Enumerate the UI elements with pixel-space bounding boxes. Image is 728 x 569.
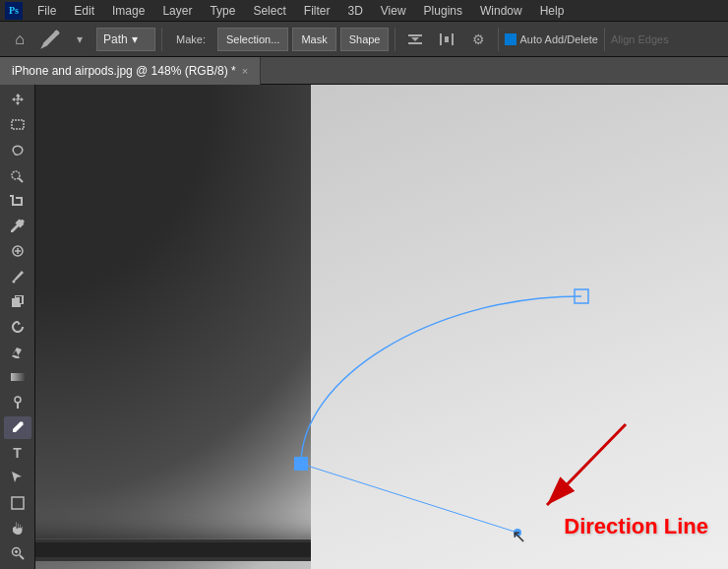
toolbox: T — [0, 85, 35, 569]
svg-line-9 — [19, 178, 23, 182]
tool-heal[interactable] — [4, 239, 31, 263]
auto-add-delete-label: Auto Add/Delete — [505, 33, 598, 45]
menu-plugins[interactable]: Plugins — [416, 2, 470, 20]
options-bar: ⌂ ▾ Path ▾ Make: Selection... Mask Shape… — [0, 22, 728, 57]
menu-type[interactable]: Type — [202, 2, 243, 20]
menu-3d[interactable]: 3D — [339, 2, 370, 20]
tab-close-button[interactable]: × — [242, 65, 248, 77]
separator-3 — [498, 28, 499, 51]
separator-2 — [394, 28, 395, 51]
pen-mode-icon — [37, 27, 63, 52]
tool-brush[interactable] — [4, 265, 31, 288]
distribute-icon[interactable] — [433, 26, 460, 53]
make-label: Make: — [168, 28, 213, 51]
tool-pen[interactable] — [4, 416, 31, 440]
svg-point-8 — [12, 171, 20, 179]
photo-surface — [311, 85, 728, 569]
tool-crop[interactable] — [4, 189, 31, 213]
svg-point-17 — [21, 422, 23, 424]
svg-rect-14 — [11, 373, 25, 381]
tab-title: iPhone and airpods.jpg @ 148% (RGB/8) * — [12, 64, 236, 78]
dropdown-chevron: ▾ — [132, 32, 138, 46]
svg-marker-3 — [411, 37, 419, 41]
menu-file[interactable]: File — [30, 2, 64, 20]
auto-add-checkbox[interactable] — [505, 33, 516, 45]
menu-layer[interactable]: Layer — [154, 2, 200, 20]
menu-bar: Ps File Edit Image Layer Type Select Fil… — [0, 0, 728, 22]
svg-rect-2 — [408, 42, 422, 44]
tool-clone[interactable] — [4, 290, 31, 314]
separator-1 — [161, 28, 162, 51]
svg-rect-6 — [445, 36, 449, 42]
menu-window[interactable]: Window — [472, 2, 530, 20]
svg-rect-18 — [12, 497, 24, 509]
menu-image[interactable]: Image — [104, 2, 152, 20]
menu-filter[interactable]: Filter — [296, 2, 338, 20]
svg-point-0 — [54, 31, 59, 35]
tool-shape[interactable] — [4, 491, 31, 515]
menu-select[interactable]: Select — [245, 2, 293, 20]
tool-gradient[interactable] — [4, 365, 31, 389]
main-layout: T — [0, 85, 728, 569]
photoshop-logo: Ps — [5, 2, 23, 20]
path-mode-label: Path — [103, 32, 128, 46]
canvas-area[interactable]: ↖ Direction Line — [35, 85, 728, 569]
tool-type[interactable]: T — [4, 441, 31, 465]
svg-rect-7 — [12, 120, 24, 129]
direction-line-label: Direction Line — [564, 514, 708, 538]
tool-marquee[interactable] — [4, 114, 31, 138]
pen-arrow-icon: ▾ — [67, 27, 92, 52]
svg-rect-1 — [408, 34, 422, 36]
tool-zoom[interactable] — [4, 541, 31, 565]
tool-history-brush[interactable] — [4, 315, 31, 339]
tool-dodge[interactable] — [4, 391, 31, 414]
tool-quick-select[interactable] — [4, 164, 31, 188]
mask-button[interactable]: Mask — [292, 28, 335, 51]
svg-point-15 — [15, 397, 21, 403]
path-mode-dropdown[interactable]: Path ▾ — [96, 28, 155, 51]
cursor: ↖ — [512, 528, 526, 545]
selection-button[interactable]: Selection... — [217, 28, 288, 51]
svg-line-20 — [20, 555, 24, 559]
home-button[interactable]: ⌂ — [6, 26, 33, 53]
active-tab[interactable]: iPhone and airpods.jpg @ 148% (RGB/8) * … — [0, 57, 261, 85]
menu-edit[interactable]: Edit — [66, 2, 102, 20]
menu-help[interactable]: Help — [532, 2, 573, 20]
shape-button[interactable]: Shape — [340, 28, 390, 51]
tool-hand[interactable] — [4, 517, 31, 540]
align-left-icon[interactable] — [401, 26, 429, 53]
tool-eyedropper[interactable] — [4, 215, 31, 238]
tool-eraser[interactable] — [4, 341, 31, 364]
direction-line-annotation: Direction Line — [564, 514, 708, 539]
settings-icon[interactable]: ⚙ — [464, 26, 492, 53]
tab-bar: iPhone and airpods.jpg @ 148% (RGB/8) * … — [0, 57, 728, 85]
svg-rect-4 — [440, 33, 442, 45]
align-edges-label: Align Edges — [611, 33, 669, 45]
svg-rect-5 — [452, 33, 454, 45]
tool-lasso[interactable] — [4, 139, 31, 162]
tool-path-select[interactable] — [4, 467, 31, 490]
tool-move[interactable] — [4, 89, 31, 112]
svg-point-13 — [12, 280, 15, 283]
app-logo: Ps — [4, 1, 24, 21]
separator-4 — [604, 28, 605, 51]
menu-view[interactable]: View — [373, 2, 414, 20]
